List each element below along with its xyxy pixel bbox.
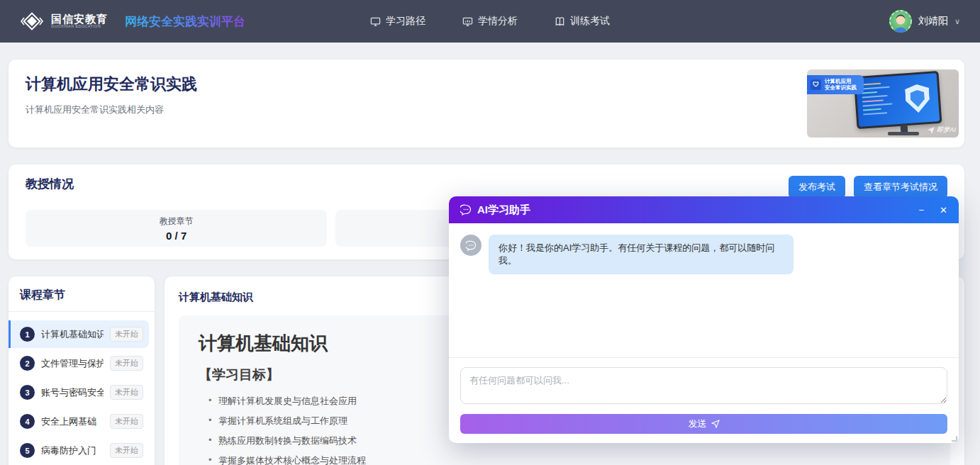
chapter-number: 2	[20, 356, 35, 371]
user-name: 刘靖阳	[918, 15, 948, 28]
monitor-chart-icon	[462, 16, 473, 27]
objective-item: 掌握多媒体技术核心概念与处理流程	[208, 451, 930, 465]
guoxinan-logo-icon	[20, 9, 44, 33]
course-header-card: 计算机应用安全常识实践 计算机应用安全常识实践相关内容 🛡	[9, 60, 964, 147]
chapter-label: 计算机基础知识	[41, 328, 104, 341]
user-menu[interactable]: 刘靖阳 ∨	[889, 10, 960, 33]
cover-badge: 🛡 计算机应用 安全常识实践	[807, 75, 864, 94]
chapter-number: 5	[20, 443, 35, 458]
brand-subtitle: GUOXINAN EDUCATION	[51, 25, 108, 29]
chapter-item-3[interactable]: 3 账号与密码安全 未开始	[9, 379, 149, 406]
ai-dialog-header[interactable]: AI学习助手 − ✕	[449, 196, 959, 223]
minimize-button[interactable]: −	[919, 206, 925, 215]
chapter-label: 文件管理与保护	[41, 357, 104, 370]
chapter-number: 1	[20, 327, 35, 342]
chapter-label: 账号与密码安全	[41, 386, 104, 399]
chapter-number: 4	[20, 414, 35, 429]
user-avatar	[889, 10, 912, 33]
nav-label: 学习路径	[386, 15, 425, 28]
send-label: 发送	[689, 418, 707, 430]
send-button[interactable]: 发送	[460, 414, 947, 434]
top-navbar: 国信安教育 GUOXINAN EDUCATION 网络安全实践实训平台 学习路径…	[0, 0, 980, 43]
status-badge: 未开始	[110, 443, 143, 458]
chat-input-area: 发送	[449, 357, 959, 443]
nav-label: 学情分析	[478, 15, 518, 28]
publish-exam-button[interactable]: 发布考试	[789, 176, 845, 198]
stat-label: 教授章节	[160, 215, 194, 228]
view-chapter-exam-button[interactable]: 查看章节考试情况	[854, 176, 947, 198]
chapter-item-1[interactable]: 1 计算机基础知识 未开始	[9, 320, 149, 348]
close-button[interactable]: ✕	[940, 206, 947, 215]
ai-assistant-dialog: AI学习助手 − ✕ 你好！我是你的AI学习助手。有任何关于课程的问题，都可以随…	[449, 196, 959, 443]
teaching-status-title: 教授情况	[26, 176, 74, 192]
paper-plane-icon	[711, 420, 720, 428]
brand-logo[interactable]: 国信安教育 GUOXINAN EDUCATION 网络安全实践实训平台	[20, 9, 245, 33]
chapter-sidebar: 课程章节 1 计算机基础知识 未开始 2 文件管理与保护 未开始 3 账号与密码…	[9, 276, 155, 465]
chapter-label: 病毒防护入门	[41, 444, 104, 457]
course-cover-image: 🛡 计算机应用 安全常识实践 即梦AI	[807, 69, 959, 138]
stat-taught-chapters: 教授章节 0 / 7	[26, 210, 327, 247]
dialog-resize-handle[interactable]	[952, 436, 957, 442]
stat-value: 0 / 7	[166, 230, 186, 242]
ai-dialog-title: AI学习助手	[477, 203, 530, 217]
book-icon	[555, 16, 565, 27]
assistant-message: 你好！我是你的AI学习助手。有任何关于课程的问题，都可以随时问我。	[489, 235, 794, 274]
brand-name: 国信安教育	[51, 13, 108, 25]
assistant-message-row: 你好！我是你的AI学习助手。有任何关于课程的问题，都可以随时问我。	[460, 235, 947, 274]
paper-plane-icon	[928, 127, 935, 134]
nav-item-learning-path[interactable]: 学习路径	[370, 15, 425, 28]
badge-line1: 计算机应用	[825, 78, 852, 84]
chat-input[interactable]	[460, 367, 947, 404]
assistant-avatar	[460, 235, 481, 256]
monitor-illustration	[854, 71, 942, 129]
chapter-item-4[interactable]: 4 安全上网基础 未开始	[9, 408, 149, 435]
status-badge: 未开始	[110, 385, 143, 400]
chapter-sidebar-title: 课程章节	[9, 288, 155, 312]
chat-messages-area: 你好！我是你的AI学习助手。有任何关于课程的问题，都可以随时问我。	[449, 223, 959, 357]
platform-title: 网络安全实践实训平台	[125, 13, 245, 30]
chapter-item-5[interactable]: 5 病毒防护入门 未开始	[9, 437, 149, 464]
badge-line2: 安全常识实践	[825, 84, 857, 91]
nav-label: 训练考试	[570, 15, 610, 28]
nav-item-training-exam[interactable]: 训练考试	[555, 15, 610, 28]
main-nav: 学习路径 学情分析 训练考试	[370, 15, 610, 28]
chat-bubble-icon	[460, 204, 472, 215]
chapter-number: 3	[20, 385, 35, 400]
chapter-item-2[interactable]: 2 文件管理与保护 未开始	[9, 349, 149, 377]
shield-icon	[905, 84, 931, 113]
chevron-down-icon: ∨	[954, 17, 960, 26]
shield-icon: 🛡	[811, 79, 821, 90]
chapter-label: 安全上网基础	[41, 415, 104, 428]
status-badge: 未开始	[110, 356, 143, 371]
status-badge: 未开始	[110, 414, 143, 429]
status-badge: 未开始	[110, 327, 143, 342]
chat-bubble-icon	[466, 240, 477, 251]
monitor-icon	[370, 16, 381, 27]
watermark: 即梦AI	[928, 125, 956, 135]
nav-item-learning-analysis[interactable]: 学情分析	[462, 15, 518, 28]
